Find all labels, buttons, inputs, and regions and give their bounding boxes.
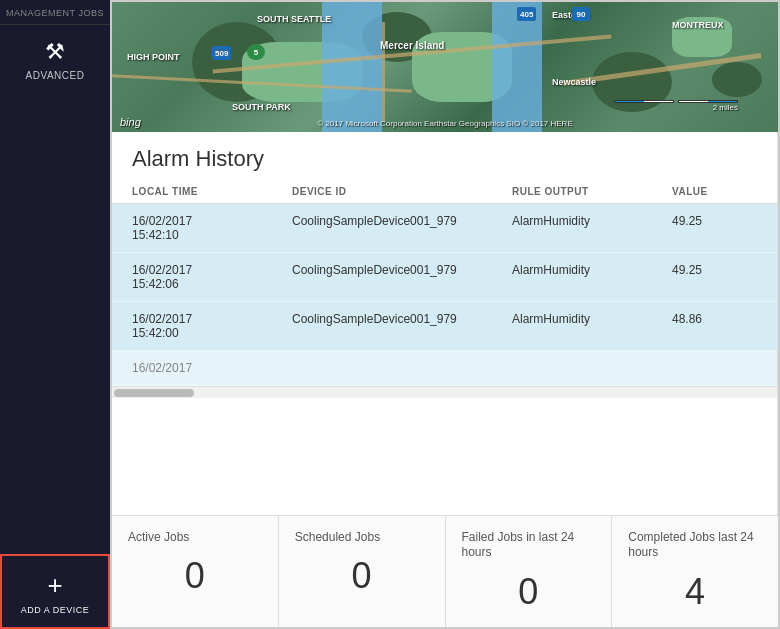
- cell-value: 49.25: [662, 204, 772, 252]
- horizontal-scrollbar[interactable]: [112, 386, 777, 398]
- table-row[interactable]: 16/02/201715:42:10 CoolingSampleDevice00…: [112, 204, 777, 253]
- alarm-table: LOCAL TIME DEVICE ID RULE OUTPUT VALUE 1…: [112, 180, 777, 515]
- column-header-device-id: DEVICE ID: [282, 180, 502, 203]
- cell-device-id: CoolingSampleDevice001_979: [282, 204, 502, 252]
- add-device-button[interactable]: + ADD A DEVICE: [0, 554, 110, 629]
- map-label-mercer-island: Mercer Island: [380, 40, 444, 51]
- stat-card-failed-jobs: Failed Jobs in last 24 hours 0: [446, 516, 613, 627]
- stat-value-completed-jobs: 4: [628, 571, 762, 613]
- column-header-value: VALUE: [662, 180, 772, 203]
- map-label-newcastle: Newcastle: [552, 77, 596, 87]
- wrench-icon: ⚒: [45, 39, 65, 65]
- road-shape: [382, 22, 385, 122]
- terrain-shape: [712, 62, 762, 97]
- highway-badge-509: 509: [212, 46, 231, 60]
- sidebar-advanced-label: ADVANCED: [26, 70, 85, 81]
- sidebar-top-label: MANAGEMENT JOBS: [0, 0, 110, 25]
- cell-local-time: 16/02/201715:42:10: [122, 204, 282, 252]
- table-header: LOCAL TIME DEVICE ID RULE OUTPUT VALUE: [112, 180, 777, 204]
- cell-value: 48.86: [662, 302, 772, 350]
- cell-local-time-partial: 16/02/2017: [122, 351, 282, 385]
- sidebar-bottom: + ADD A DEVICE: [0, 554, 110, 629]
- cell-device-id: CoolingSampleDevice001_979: [282, 302, 502, 350]
- cell-rule-output-partial: [502, 351, 662, 385]
- cell-local-time: 16/02/201715:42:00: [122, 302, 282, 350]
- stat-label-completed-jobs: Completed Jobs last 24 hours: [628, 530, 762, 561]
- map-background: Mercer Island SOUTH SEATTLE HIGH POINT E…: [112, 2, 778, 132]
- add-device-label: ADD A DEVICE: [21, 605, 90, 615]
- stat-card-completed-jobs: Completed Jobs last 24 hours 4: [612, 516, 778, 627]
- map-scale-bar: [614, 100, 674, 103]
- table-row[interactable]: 16/02/201715:42:06 CoolingSampleDevice00…: [112, 253, 777, 302]
- map-copyright: © 2017 Microsoft Corporation Earthstar G…: [317, 119, 572, 128]
- stat-value-scheduled-jobs: 0: [295, 555, 429, 597]
- water-shape: [492, 2, 542, 132]
- cell-rule-output: AlarmHumidity: [502, 302, 662, 350]
- stat-label-active-jobs: Active Jobs: [128, 530, 262, 546]
- alarm-history-title: Alarm History: [112, 132, 777, 180]
- column-header-rule-output: RULE OUTPUT: [502, 180, 662, 203]
- cell-value-partial: [662, 351, 772, 385]
- map-container: Mercer Island SOUTH SEATTLE HIGH POINT E…: [112, 2, 778, 132]
- map-label-southpark: SOUTH PARK: [232, 102, 291, 112]
- map-bing-logo: bing: [120, 116, 141, 128]
- highway-badge-405: 405: [517, 7, 536, 21]
- table-row[interactable]: 16/02/201715:42:00 CoolingSampleDevice00…: [112, 302, 777, 351]
- stats-row: Active Jobs 0 Scheduled Jobs 0 Failed Jo…: [112, 515, 778, 627]
- map-label-high-point: HIGH POINT: [127, 52, 180, 62]
- cell-device-id: CoolingSampleDevice001_979: [282, 253, 502, 301]
- horizontal-scrollbar-thumb[interactable]: [114, 389, 194, 397]
- stat-card-active-jobs: Active Jobs 0: [112, 516, 279, 627]
- alarm-section: Alarm History LOCAL TIME DEVICE ID RULE …: [112, 132, 778, 515]
- cell-rule-output: AlarmHumidity: [502, 253, 662, 301]
- stat-value-active-jobs: 0: [128, 555, 262, 597]
- stat-value-failed-jobs: 0: [462, 571, 596, 613]
- sidebar: MANAGEMENT JOBS ⚒ ADVANCED + ADD A DEVIC…: [0, 0, 110, 629]
- cell-rule-output: AlarmHumidity: [502, 204, 662, 252]
- map-label-montreux: MONTREUX: [672, 20, 724, 30]
- sidebar-item-advanced[interactable]: ⚒ ADVANCED: [0, 25, 110, 91]
- map-scale-label: 2 miles: [713, 103, 738, 112]
- column-header-local-time: LOCAL TIME: [122, 180, 282, 203]
- highway-badge-5: 5: [247, 44, 265, 60]
- map-label-south-seattle: SOUTH SEATTLE: [257, 14, 331, 24]
- cell-device-id-partial: [282, 351, 502, 385]
- stat-label-scheduled-jobs: Scheduled Jobs: [295, 530, 429, 546]
- cell-value: 49.25: [662, 253, 772, 301]
- table-row-partial[interactable]: 16/02/2017: [112, 351, 777, 386]
- cell-local-time: 16/02/201715:42:06: [122, 253, 282, 301]
- stat-card-scheduled-jobs: Scheduled Jobs 0: [279, 516, 446, 627]
- table-body[interactable]: 16/02/201715:42:10 CoolingSampleDevice00…: [112, 204, 777, 386]
- stat-label-failed-jobs: Failed Jobs in last 24 hours: [462, 530, 596, 561]
- highway-badge-90: 90: [572, 7, 590, 21]
- plus-icon: +: [47, 570, 62, 601]
- main-content: Mercer Island SOUTH SEATTLE HIGH POINT E…: [110, 0, 780, 629]
- map-scale: 2 miles: [614, 100, 738, 112]
